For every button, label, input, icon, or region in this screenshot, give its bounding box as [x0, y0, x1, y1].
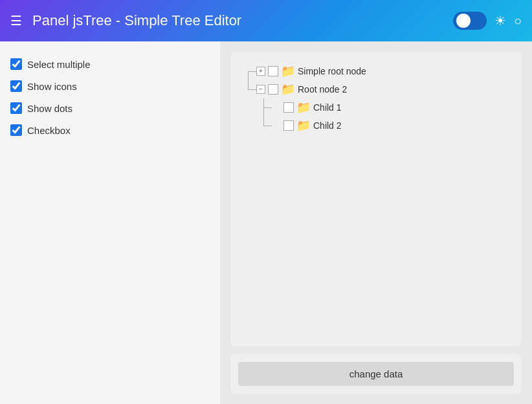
expand-space-child1: [272, 103, 281, 112]
tree-indent-child2: [241, 117, 256, 135]
checkbox-select-multiple[interactable]: Select multiple: [10, 54, 210, 74]
folder-icon-root2: 📁: [281, 82, 295, 96]
node-checkbox-child1[interactable]: [283, 102, 294, 113]
node-label-root1: Simple root node: [298, 66, 366, 76]
node-checkbox-root1[interactable]: [268, 66, 278, 76]
expand-button-root1[interactable]: +: [256, 67, 265, 76]
node-label-child1: Child 1: [313, 102, 342, 113]
tree-hline: [263, 107, 272, 108]
checkbox-show-dots-label: Show dots: [27, 103, 72, 114]
tree-row: − 📁 Root node 2: [241, 80, 511, 98]
tree-hline: [263, 126, 272, 126]
expand-button-root2[interactable]: −: [256, 85, 265, 94]
checkbox-select-multiple-label: Select multiple: [27, 59, 91, 70]
content-area: + 📁 Simple root node −: [220, 41, 532, 404]
tree-connector-root1: [241, 62, 256, 80]
checkbox-checkbox[interactable]: Checkbox: [10, 120, 210, 140]
folder-icon-root1: 📁: [281, 64, 295, 78]
button-panel: change data: [230, 354, 522, 394]
node-label-root2: Root node 2: [298, 84, 347, 95]
header: ☰ Panel jsTree - Simple Tree Editor ☀ ○: [0, 0, 532, 41]
expand-space-child2: [272, 121, 281, 130]
checkbox-show-dots[interactable]: Show dots: [10, 98, 210, 118]
node-checkbox-root2[interactable]: [268, 84, 278, 95]
tree-vline: [248, 71, 249, 80]
checkbox-checkbox-label: Checkbox: [27, 125, 71, 136]
node-label-child2: Child 2: [313, 120, 342, 131]
folder-icon-child1: 📁: [296, 100, 311, 115]
header-title: Panel jsTree - Simple Tree Editor: [32, 12, 443, 29]
folder-icon-child2: 📁: [296, 118, 311, 133]
account-icon[interactable]: ○: [514, 14, 522, 28]
tree-hline: [248, 89, 256, 90]
tree-connector-child1: [256, 98, 272, 117]
sidebar: Select multiple Show icons Show dots Che…: [0, 41, 220, 404]
main-layout: Select multiple Show icons Show dots Che…: [0, 41, 532, 404]
checkbox-show-icons-input[interactable]: [10, 80, 22, 92]
toggle-knob: [456, 14, 471, 28]
tree-row: 📁 Child 1: [241, 98, 511, 117]
tree: + 📁 Simple root node −: [241, 62, 511, 135]
checkbox-show-icons-label: Show icons: [27, 81, 77, 92]
checkbox-select-multiple-input[interactable]: [10, 58, 22, 70]
tree-vline-top: [248, 80, 249, 89]
hamburger-icon[interactable]: ☰: [10, 13, 22, 28]
tree-connector-child2: [256, 117, 272, 135]
dark-mode-toggle[interactable]: [453, 12, 487, 30]
tree-hline: [248, 71, 256, 72]
tree-connector-root2: [241, 80, 256, 98]
tree-panel: + 📁 Simple root node −: [230, 52, 522, 346]
header-controls: ☀ ○: [453, 12, 522, 30]
tree-indent-child1: [241, 98, 256, 117]
sun-icon[interactable]: ☀: [494, 13, 506, 28]
checkbox-show-dots-input[interactable]: [10, 102, 22, 114]
tree-vline-top: [263, 117, 264, 126]
checkbox-checkbox-input[interactable]: [10, 124, 22, 136]
tree-row: + 📁 Simple root node: [241, 62, 511, 80]
tree-row: 📁 Child 2: [241, 117, 511, 135]
checkbox-show-icons[interactable]: Show icons: [10, 76, 210, 96]
change-data-button[interactable]: change data: [238, 362, 514, 386]
node-checkbox-child2[interactable]: [283, 120, 294, 131]
